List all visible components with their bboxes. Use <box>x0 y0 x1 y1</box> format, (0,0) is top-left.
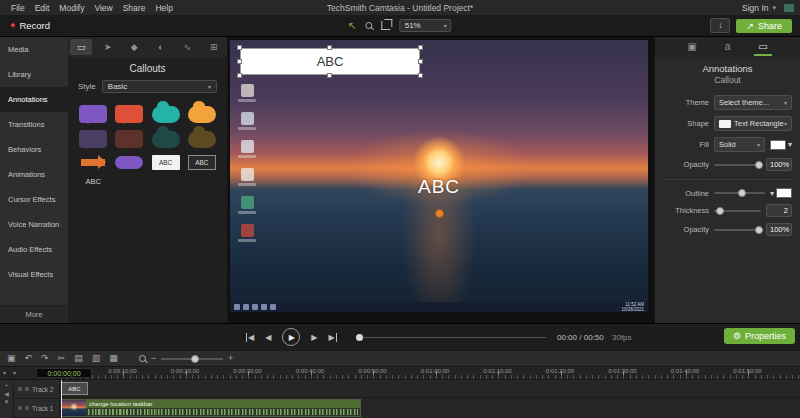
selection-handle-se[interactable] <box>418 73 423 78</box>
tab-arrows-icon[interactable]: ➤ <box>97 39 119 55</box>
clip-recording[interactable]: change location taskbar <box>61 399 361 417</box>
track-visibility-icon[interactable] <box>25 406 29 410</box>
callout-rounded-rect-purple[interactable] <box>115 156 143 169</box>
add-track-icon[interactable]: + <box>5 382 9 388</box>
callout-arrow-orange[interactable] <box>81 159 105 166</box>
callout-speech-purple[interactable] <box>79 105 107 123</box>
preview-scrubber[interactable] <box>358 337 546 338</box>
scrubber-handle[interactable] <box>356 334 363 341</box>
fill-select[interactable]: Solid ▾ <box>714 137 765 152</box>
track-visibility-icon[interactable] <box>25 387 29 391</box>
menu-share[interactable]: Share <box>118 3 151 13</box>
sidebar-item-media[interactable]: Media <box>0 37 68 62</box>
selection-handle-e[interactable] <box>418 59 423 64</box>
menu-help[interactable]: Help <box>150 3 177 13</box>
fill-color-swatch[interactable] <box>770 140 786 150</box>
outline-slider[interactable] <box>714 192 765 194</box>
tab-keystroke-icon[interactable]: ⊞ <box>203 39 225 55</box>
selection-handle-sw[interactable] <box>237 73 242 78</box>
callout-text-rectangle-outline[interactable]: ABC <box>188 155 216 170</box>
callout-cloud-orange[interactable] <box>188 106 216 123</box>
crop-icon[interactable] <box>382 21 391 30</box>
step-back-icon[interactable]: ◀ <box>265 333 271 342</box>
playhead-time[interactable]: 0:00:00;00 <box>36 368 92 378</box>
menu-view[interactable]: View <box>89 3 117 13</box>
sidebar-item-audio-effects[interactable]: Audio Effects <box>0 237 68 262</box>
selection-handle-w[interactable] <box>237 59 242 64</box>
jump-to-end-icon[interactable]: ▶ <box>328 333 336 342</box>
timeline-zoom-knob[interactable] <box>191 355 199 363</box>
record-button[interactable]: ● Record <box>0 20 60 31</box>
sidebar-item-cursor-effects[interactable]: Cursor Effects <box>0 187 68 212</box>
thickness-slider[interactable] <box>714 210 761 212</box>
callout-speech-dark-red[interactable] <box>115 130 143 148</box>
style-select[interactable]: Basic ▾ <box>102 80 217 93</box>
callout-cloud-teal[interactable] <box>152 106 180 123</box>
tab-sketch-motion-icon[interactable]: ∿ <box>176 39 198 55</box>
scroll-left-icon[interactable]: ◀ <box>4 390 9 397</box>
selection-handle-nw[interactable] <box>237 45 242 50</box>
outline-opacity-slider-knob[interactable] <box>755 226 763 234</box>
ruler-ticks[interactable]: 0:00:10;00 0:00:20;00 0:00:30;00 0:00:40… <box>60 367 800 379</box>
sign-in-button[interactable]: Sign In ▾ <box>742 3 794 13</box>
canvas-zoom-select[interactable]: 51% ▾ <box>400 19 452 32</box>
export-local-button[interactable]: ↓ <box>710 18 730 33</box>
sidebar-item-visual-effects[interactable]: Visual Effects <box>0 262 68 287</box>
menu-file[interactable]: File <box>6 3 30 13</box>
pan-zoom-icon[interactable] <box>366 22 373 29</box>
detach-timeline-icon[interactable]: ▣ <box>7 354 16 363</box>
callout-cloud-dark-orange[interactable] <box>188 131 216 148</box>
outline-color-picker[interactable]: ▾ <box>770 188 792 198</box>
fill-color-picker[interactable]: ▾ <box>770 140 792 150</box>
outline-opacity-slider[interactable] <box>714 229 761 231</box>
callout-cloud-dark-teal[interactable] <box>152 131 180 148</box>
tab-shapes-icon[interactable]: ◆ <box>123 39 145 55</box>
track-lanes[interactable]: ABC change location taskbar <box>60 380 800 418</box>
opacity-slider[interactable] <box>714 164 761 166</box>
jump-to-start-icon[interactable]: ◀ <box>246 333 254 342</box>
opacity-value[interactable]: 100% <box>766 158 792 171</box>
ptab-media-icon[interactable]: ▣ <box>683 39 700 56</box>
split-icon[interactable]: ▦ <box>109 354 118 363</box>
tab-callouts-icon[interactable]: ▭ <box>70 39 92 55</box>
selection-handle-ne[interactable] <box>418 45 423 50</box>
theme-select[interactable]: Select theme... ▾ <box>714 95 792 110</box>
collapse-icon[interactable]: ▾ <box>13 369 16 376</box>
track1-header[interactable]: Track 1 <box>14 399 60 418</box>
track-lock-icon[interactable] <box>18 406 22 410</box>
play-button[interactable]: ▶ <box>282 328 300 346</box>
share-button[interactable]: ↗ Share <box>736 19 792 33</box>
callout-text-rectangle[interactable]: ABC <box>152 155 180 170</box>
ptab-text-icon[interactable]: a <box>721 39 735 56</box>
video-frame[interactable]: ABC ABC <box>230 40 648 312</box>
callout-speech-dark-purple[interactable] <box>79 130 107 148</box>
sidebar-item-annotations[interactable]: Annotations <box>0 87 68 112</box>
properties-button[interactable]: ⚙ Properties <box>724 328 795 344</box>
callout-plain-text[interactable]: ABC <box>85 177 100 186</box>
sidebar-item-library[interactable]: Library <box>0 62 68 87</box>
zoom-in-icon[interactable]: + <box>228 354 233 363</box>
copy-icon[interactable]: ▤ <box>74 354 83 363</box>
video-center-text[interactable]: ABC <box>230 176 648 198</box>
sidebar-item-animations[interactable]: Animations <box>0 162 68 187</box>
ptab-callout-icon[interactable]: ▭ <box>754 39 771 56</box>
outline-slider-knob[interactable] <box>738 189 746 197</box>
callout-speech-red[interactable] <box>115 105 143 123</box>
step-forward-icon[interactable]: ▶ <box>311 333 317 342</box>
tab-blur-icon[interactable]: ◐ <box>150 39 172 55</box>
outline-color-swatch[interactable] <box>776 188 792 198</box>
app-share-icon[interactable] <box>784 4 794 12</box>
redo-icon[interactable]: ↷ <box>41 354 49 363</box>
sidebar-item-transitions[interactable]: Transitions <box>0 112 68 137</box>
thickness-slider-knob[interactable] <box>716 207 724 215</box>
timeline-zoom-slider[interactable] <box>161 358 223 360</box>
selection-handle-n[interactable] <box>327 45 332 50</box>
edit-cursor-icon[interactable]: ↖ <box>348 20 356 31</box>
playhead-line[interactable] <box>61 380 62 418</box>
shape-select[interactable]: Text Rectangle ▾ <box>714 116 792 131</box>
cut-icon[interactable]: ✂ <box>58 354 66 363</box>
selection-handle-s[interactable] <box>327 73 332 78</box>
paste-icon[interactable]: ▥ <box>92 354 101 363</box>
outline-opacity-value[interactable]: 100% <box>766 223 792 236</box>
opacity-slider-knob[interactable] <box>755 161 763 169</box>
